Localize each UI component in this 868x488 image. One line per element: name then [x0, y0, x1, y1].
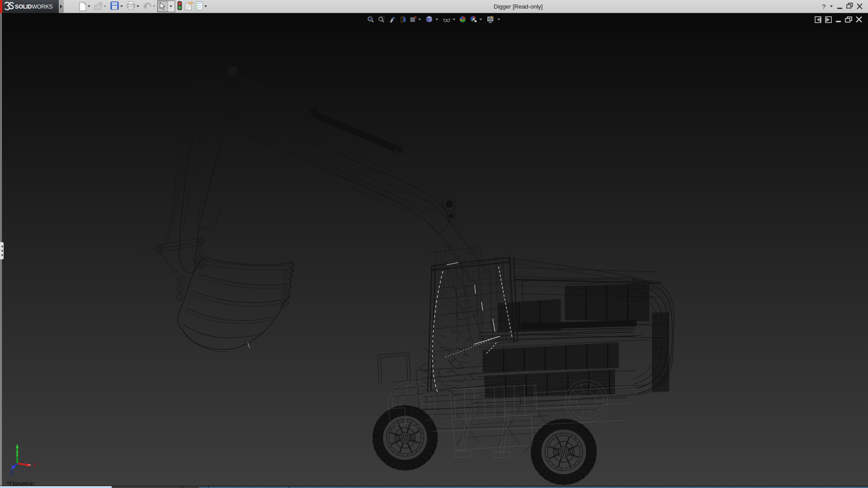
svg-text:?: ?: [822, 3, 826, 10]
svg-text:SOLIDWORKS: SOLIDWORKS: [15, 4, 52, 10]
